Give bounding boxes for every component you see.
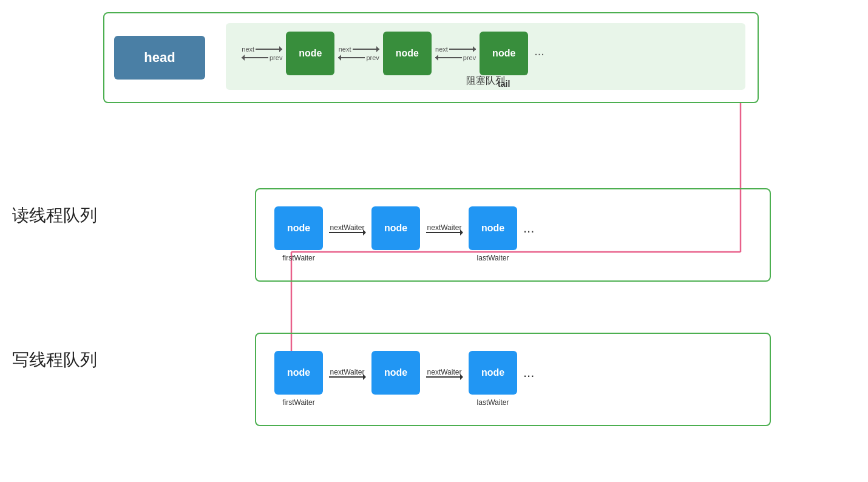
top-section: head next prev node [103,12,759,103]
node-block-1: node [286,32,334,75]
node-label-1: node [299,48,322,59]
bot-waiter-row: node firstWaiter nextWaiter node x [274,348,751,407]
diagram-container: head next prev node [0,0,868,482]
mid-section: node firstWaiter nextWaiter node x [255,188,771,282]
bot-next-waiter-label-1: nextWaiter [330,368,365,376]
bot-first-waiter: firstWaiter [282,398,315,407]
mid-next-waiter-1: nextWaiter [329,223,365,233]
mid-node-block-2: node [371,206,420,250]
bot-node-label-3: node [481,367,504,378]
node-wrapper-2: node [383,32,432,75]
queue-label: 阻塞队列 [466,75,505,87]
next-label-2: next [339,46,351,53]
mid-node-1: node firstWaiter [274,206,323,262]
mid-first-waiter: firstWaiter [282,254,315,262]
arrow-right-1 [256,49,282,50]
node-label-3: node [492,48,515,59]
bot-dots: ... [523,365,534,381]
bot-arrow-horiz-1 [329,376,365,378]
node-block-2: node [383,32,432,75]
arrow-right-2 [353,49,379,50]
top-dots: ... [534,44,544,58]
arrow-left-3 [435,57,462,58]
mid-next-waiter-arrow-1: nextWaiter [330,223,365,232]
arrow-left-2 [338,57,365,58]
bot-node-block-2: node [371,351,420,395]
mid-dots: ... [523,220,534,236]
mid-last-waiter: lastWaiter [477,254,509,262]
mid-waiter-row: node firstWaiter nextWaiter node x [274,204,751,262]
bot-title: 写线程队列 [12,348,97,372]
node-wrapper-1: node [286,32,334,75]
mid-arrow-horiz-2 [426,232,463,233]
bot-node-3: node lastWaiter [469,351,517,407]
mid-node-label-1: node [287,223,310,234]
mid-title: 读线程队列 [12,204,97,227]
mid-arrow-horiz-1 [329,232,365,233]
bot-next-waiter-2: nextWaiter [426,368,463,378]
mid-node-label-2: node [384,223,407,234]
node-block-3: node [480,32,528,75]
next-arrow-1: next [242,46,282,53]
bot-node-block-3: node [469,351,517,395]
prev-arrow-3: prev [435,54,476,61]
bot-section: node firstWaiter nextWaiter node x [255,333,771,426]
bot-next-waiter-arrow-1: nextWaiter [330,368,365,376]
mid-node-2: node x [371,206,420,262]
arrow-right-3 [449,49,476,50]
bot-next-waiter-1: nextWaiter [329,368,365,378]
next-label-3: next [435,46,448,53]
bot-node-1: node firstWaiter [274,351,323,407]
head-label: head [144,50,175,66]
next-arrow-3: next [435,46,476,53]
next-arrow-2: next [339,46,379,53]
mid-node-block-3: node [469,206,517,250]
prev-label-1: prev [270,54,282,61]
mid-next-waiter-arrow-2: nextWaiter [427,223,462,232]
arrow-group-3: next prev [435,46,476,61]
mid-node-label-3: node [481,223,504,234]
mid-next-waiter-label-1: nextWaiter [330,223,365,232]
bot-arrow-horiz-2 [426,376,463,378]
arrow-group-1: next prev [242,46,282,61]
node-wrapper-3: node tail [480,32,528,75]
next-label-1: next [242,46,254,53]
mid-node-block-1: node [274,206,323,250]
bot-node-label-2: node [384,367,407,378]
prev-arrow-2: prev [338,54,379,61]
mid-spacer: x [394,254,398,262]
bot-spacer: x [394,398,398,407]
node-label-2: node [396,48,419,59]
blocking-queue: next prev node next [226,23,745,90]
arrow-left-1 [242,57,268,58]
mid-next-waiter-2: nextWaiter [426,223,463,233]
bot-next-waiter-arrow-2: nextWaiter [427,368,462,376]
bot-node-block-1: node [274,351,323,395]
head-box: head [114,36,205,80]
prev-label-3: prev [463,54,476,61]
bot-next-waiter-label-2: nextWaiter [427,368,462,376]
arrow-group-2: next prev [338,46,379,61]
mid-next-waiter-label-2: nextWaiter [427,223,462,232]
prev-arrow-1: prev [242,54,282,61]
bot-last-waiter: lastWaiter [477,398,509,407]
bot-node-2: node x [371,351,420,407]
bot-node-label-1: node [287,367,310,378]
mid-node-3: node lastWaiter [469,206,517,262]
prev-label-2: prev [366,54,379,61]
